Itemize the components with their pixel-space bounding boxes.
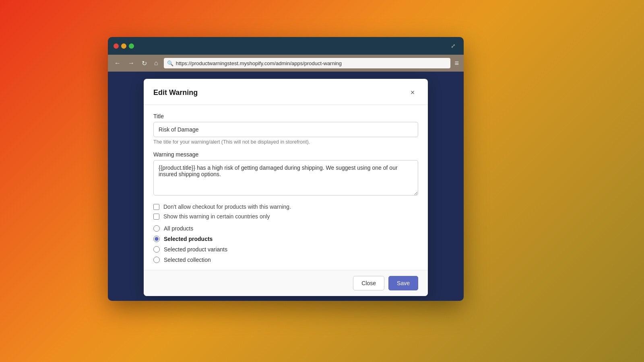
back-button[interactable]: ← xyxy=(113,59,122,68)
traffic-light-green[interactable] xyxy=(129,43,134,49)
product-scope-radio-group: All products Selected products Selected … xyxy=(153,225,418,263)
close-button[interactable]: Close xyxy=(353,276,384,290)
url-text: https://productwarningstest.myshopify.co… xyxy=(176,60,342,66)
modal-close-button[interactable]: × xyxy=(407,87,418,98)
title-label: Title xyxy=(153,113,418,119)
modal-title: Edit Warning xyxy=(153,88,198,97)
radio-selected-collection-label: Selected collection xyxy=(164,257,211,263)
message-textarea[interactable]: {{product.title}} has a high risk of get… xyxy=(153,160,418,195)
reload-button[interactable]: ↻ xyxy=(140,59,149,68)
traffic-light-yellow[interactable] xyxy=(121,43,126,49)
nav-bar: ← → ↻ ⌂ 🔍 https://productwarningstest.my… xyxy=(108,55,464,72)
no-checkout-checkbox[interactable] xyxy=(153,204,159,210)
browser-content: Edit Warning × Title The title for your … xyxy=(108,72,464,301)
radio-selected-variants-input[interactable] xyxy=(153,246,160,253)
title-field-group: Title The title for your warning/alert (… xyxy=(153,113,418,145)
edit-warning-modal: Edit Warning × Title The title for your … xyxy=(144,79,428,296)
modal-footer: Close Save xyxy=(144,270,428,296)
modal-body: Title The title for your warning/alert (… xyxy=(144,105,428,270)
url-bar[interactable]: 🔍 https://productwarningstest.myshopify.… xyxy=(164,58,451,68)
radio-selected-collection: Selected collection xyxy=(153,257,418,263)
no-checkout-label: Don't allow checkout for products with t… xyxy=(163,204,291,210)
certain-countries-label: Show this warning in certain countries o… xyxy=(163,213,270,220)
certain-countries-checkbox[interactable] xyxy=(153,214,159,220)
title-hint: The title for your warning/alert (This w… xyxy=(153,139,418,145)
radio-all-products-input[interactable] xyxy=(153,225,160,232)
radio-all-products-label: All products xyxy=(164,225,193,232)
checkbox-group: Don't allow checkout for products with t… xyxy=(153,204,418,220)
search-icon: 🔍 xyxy=(167,60,173,66)
message-field-group: Warning message {{product.title}} has a … xyxy=(153,151,418,197)
radio-selected-collection-input[interactable] xyxy=(153,257,160,263)
traffic-light-red[interactable] xyxy=(114,43,119,49)
traffic-lights xyxy=(114,43,134,49)
forward-button[interactable]: → xyxy=(126,59,136,68)
title-bar: ⤢ xyxy=(108,37,464,55)
radio-selected-variants: Selected product variants xyxy=(153,246,418,253)
browser-window: ⤢ ← → ↻ ⌂ 🔍 https://productwarningstest.… xyxy=(108,37,464,301)
radio-selected-variants-label: Selected product variants xyxy=(164,246,227,253)
certain-countries-checkbox-item: Show this warning in certain countries o… xyxy=(153,213,418,220)
fullscreen-button[interactable]: ⤢ xyxy=(448,41,458,51)
radio-all-products: All products xyxy=(153,225,418,232)
radio-selected-products-label: Selected products xyxy=(164,236,213,242)
radio-selected-products-input[interactable] xyxy=(153,236,160,242)
radio-selected-products: Selected products xyxy=(153,236,418,242)
message-label: Warning message xyxy=(153,151,418,158)
save-button[interactable]: Save xyxy=(388,276,418,290)
menu-button[interactable]: ≡ xyxy=(454,59,459,68)
no-checkout-checkbox-item: Don't allow checkout for products with t… xyxy=(153,204,418,210)
modal-overlay: Edit Warning × Title The title for your … xyxy=(108,72,464,301)
modal-header: Edit Warning × xyxy=(144,79,428,105)
title-input[interactable] xyxy=(153,122,418,137)
home-button[interactable]: ⌂ xyxy=(153,59,160,68)
